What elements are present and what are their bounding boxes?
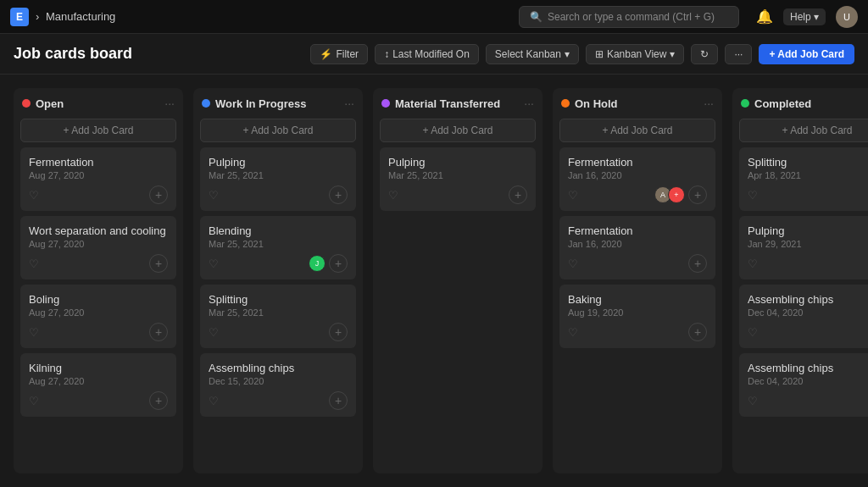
list-item[interactable]: PulpingMar 25, 2021♡+	[380, 147, 536, 211]
card-date: Aug 27, 2020	[29, 170, 168, 180]
list-item[interactable]: Assembling chipsDec 04, 2020♡+	[739, 353, 868, 417]
list-item[interactable]: SplittingMar 25, 2021♡+	[200, 285, 356, 348]
list-item[interactable]: FermentationJan 16, 2020♡+	[559, 216, 715, 279]
more-options-button[interactable]: ···	[725, 44, 752, 64]
add-card-btn-top-open[interactable]: + Add Job Card	[20, 119, 176, 142]
add-card-btn-top-material-transferred[interactable]: + Add Job Card	[380, 119, 536, 142]
card-actions: +	[149, 185, 168, 204]
add-user-button[interactable]: +	[509, 185, 527, 204]
add-user-button[interactable]: +	[329, 391, 348, 410]
card-actions: +	[329, 323, 348, 341]
breadcrumb-page[interactable]: Manufacturing	[46, 10, 115, 23]
like-icon[interactable]: ♡	[568, 326, 578, 339]
card-title: Kilning	[29, 362, 168, 374]
col-header-completed: Completed···	[739, 97, 868, 113]
card-actions: +	[149, 254, 168, 273]
card-title: Fermentation	[568, 224, 707, 237]
card-date: Dec 04, 2020	[748, 376, 868, 386]
like-icon[interactable]: ♡	[748, 326, 758, 339]
like-icon[interactable]: ♡	[209, 326, 219, 339]
add-user-button[interactable]: +	[329, 323, 348, 341]
add-card-btn-top-on-hold[interactable]: + Add Job Card	[559, 119, 715, 142]
like-icon[interactable]: ♡	[748, 395, 758, 407]
add-user-button[interactable]: +	[149, 185, 168, 204]
like-icon[interactable]: ♡	[568, 189, 578, 202]
kanban-select-button[interactable]: Select Kanban ▾	[486, 44, 579, 64]
list-item[interactable]: Assembling chipsDec 15, 2020♡+	[200, 353, 356, 417]
column-on-hold: On Hold···+ Add Job CardFermentationJan …	[553, 88, 722, 473]
like-icon[interactable]: ♡	[209, 395, 219, 407]
avatar[interactable]: U	[836, 6, 858, 28]
add-card-btn-top-completed[interactable]: + Add Job Card	[739, 119, 868, 142]
column-material-transferred: Material Transferred···+ Add Job CardPul…	[373, 88, 542, 473]
like-icon[interactable]: ♡	[209, 189, 219, 202]
like-icon[interactable]: ♡	[748, 257, 758, 270]
filter-button[interactable]: ⚡ Filter	[310, 44, 368, 64]
list-item[interactable]: BolingAug 27, 2020♡+	[20, 285, 176, 348]
add-job-card-button[interactable]: + Add Job Card	[759, 44, 854, 64]
card-footer: ♡+	[209, 185, 348, 204]
card-title: Boling	[29, 293, 168, 306]
card-footer: ♡+	[748, 323, 868, 341]
card-title: Blending	[209, 224, 348, 237]
refresh-button[interactable]: ↻	[691, 44, 718, 64]
list-item[interactable]: Wort separation and coolingAug 27, 2020♡…	[20, 216, 176, 279]
card-title: Fermentation	[568, 156, 707, 169]
card-actions: +	[149, 391, 168, 410]
list-item[interactable]: FermentationAug 27, 2020♡+	[20, 147, 176, 211]
help-button[interactable]: Help ▾	[783, 8, 826, 25]
col-menu-open[interactable]: ···	[164, 97, 175, 110]
add-user-button[interactable]: +	[149, 391, 168, 410]
card-footer: ♡A++	[568, 185, 707, 204]
list-item[interactable]: PulpingJan 29, 2021♡+	[739, 216, 868, 279]
column-work-in-progress: Work In Progress···+ Add Job CardPulping…	[193, 88, 363, 473]
card-title: Assembling chips	[748, 293, 868, 306]
like-icon[interactable]: ♡	[388, 189, 398, 202]
list-item[interactable]: FermentationJan 16, 2020♡A++	[559, 147, 715, 211]
search-icon: 🔍	[530, 11, 542, 23]
card-footer: ♡J+	[209, 254, 348, 273]
kanban-view-button[interactable]: ⊞ Kanban View ▾	[586, 44, 685, 64]
notification-bell-icon[interactable]: 🔔	[756, 8, 773, 25]
card-date: Aug 27, 2020	[29, 239, 168, 249]
list-item[interactable]: Assembling chipsDec 04, 2020♡+	[739, 285, 868, 348]
page-title: Job cards board	[14, 45, 132, 63]
card-date: Aug 27, 2020	[29, 376, 168, 386]
add-user-button[interactable]: +	[688, 323, 707, 341]
column-completed: Completed···+ Add Job CardSplittingApr 1…	[732, 88, 868, 473]
like-icon[interactable]: ♡	[209, 257, 219, 270]
like-icon[interactable]: ♡	[29, 189, 39, 202]
add-card-btn-top-work-in-progress[interactable]: + Add Job Card	[200, 119, 356, 142]
card-footer: ♡+	[748, 254, 868, 273]
list-item[interactable]: SplittingApr 18, 2021♡+	[739, 147, 868, 211]
col-menu-material-transferred[interactable]: ···	[524, 97, 534, 110]
col-title-completed: Completed	[754, 97, 868, 110]
card-footer: ♡+	[568, 323, 707, 341]
avatar-add[interactable]: +	[668, 186, 685, 203]
column-open: Open···+ Add Job CardFermentationAug 27,…	[14, 88, 183, 473]
col-menu-work-in-progress[interactable]: ···	[344, 97, 354, 110]
add-user-button[interactable]: +	[149, 323, 168, 341]
sort-button[interactable]: ↕ Last Modified On	[375, 44, 479, 64]
like-icon[interactable]: ♡	[29, 257, 39, 270]
add-user-button[interactable]: +	[688, 254, 707, 273]
like-icon[interactable]: ♡	[568, 257, 578, 270]
col-menu-on-hold[interactable]: ···	[704, 97, 714, 110]
list-item[interactable]: PulpingMar 25, 2021♡+	[200, 147, 356, 211]
search-bar[interactable]: 🔍 Search or type a command (Ctrl + G)	[519, 6, 739, 28]
add-user-button[interactable]: +	[329, 254, 348, 273]
like-icon[interactable]: ♡	[29, 395, 39, 407]
like-icon[interactable]: ♡	[748, 189, 758, 202]
add-user-button[interactable]: +	[688, 185, 707, 204]
list-item[interactable]: BlendingMar 25, 2021♡J+	[200, 216, 356, 279]
card-actions: +	[329, 185, 348, 204]
toolbar-actions: ⚡ Filter ↕ Last Modified On Select Kanba…	[310, 44, 854, 64]
card-footer: ♡+	[29, 323, 168, 341]
col-header-on-hold: On Hold···	[559, 97, 715, 113]
add-user-button[interactable]: +	[329, 185, 348, 204]
col-title-material-transferred: Material Transferred	[395, 97, 519, 110]
list-item[interactable]: KilningAug 27, 2020♡+	[20, 353, 176, 417]
like-icon[interactable]: ♡	[29, 326, 39, 339]
add-user-button[interactable]: +	[149, 254, 168, 273]
list-item[interactable]: BakingAug 19, 2020♡+	[559, 285, 715, 348]
